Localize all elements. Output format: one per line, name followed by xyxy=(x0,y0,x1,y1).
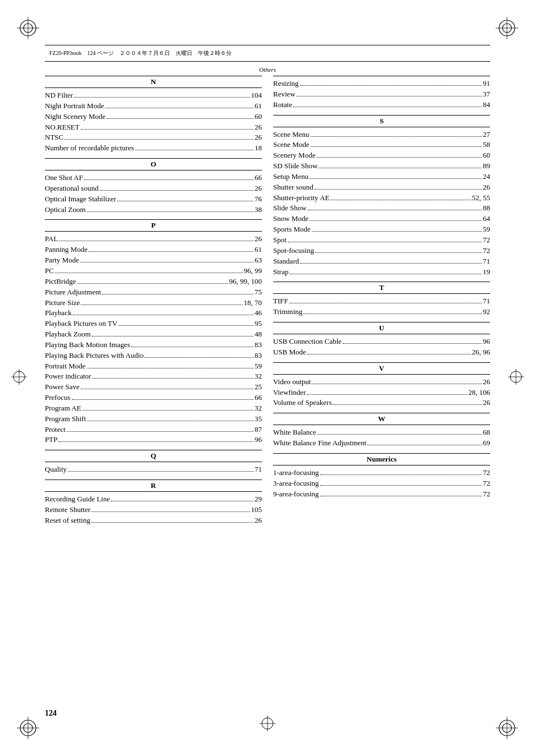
section-w-header: W xyxy=(273,413,490,425)
list-item: Reset of setting 26 xyxy=(45,515,262,526)
list-item: 1-area-focusing 72 xyxy=(273,468,490,478)
header-bar: FZ20-PP.book 124 ページ ２００４年７月６日 火曜日 午後２時６… xyxy=(45,45,490,62)
list-item: Rotate 84 xyxy=(273,100,490,110)
list-item: Program AE 32 xyxy=(45,403,262,414)
section-s-header: S xyxy=(273,115,490,127)
list-item: Power indicator 32 xyxy=(45,371,262,382)
section-numerics-header: Numerics xyxy=(273,453,490,465)
list-item: Recording Guide Line 29 xyxy=(45,494,262,505)
list-item: Scenery Mode 60 xyxy=(273,150,490,161)
list-item: NO.RESET 26 xyxy=(45,122,262,133)
list-item: Party Mode 63 xyxy=(45,255,262,266)
list-item: One Shot AF 66 xyxy=(45,173,262,183)
header-text: FZ20-PP.book 124 ページ ２００４年７月６日 火曜日 午後２時６… xyxy=(49,49,232,57)
list-item: Spot-focusing 72 xyxy=(273,246,490,256)
left-column: N ND Filter 104 Night Portrait Mode 61 N… xyxy=(45,76,262,700)
list-item: Spot 72 xyxy=(273,235,490,246)
list-item: Playback Pictures on TV 95 xyxy=(45,319,262,329)
list-item: Program Shift 35 xyxy=(45,414,262,425)
list-item: Protect 87 xyxy=(45,425,262,435)
section-n-header: N xyxy=(45,76,262,88)
reg-left xyxy=(11,369,27,387)
list-item: Number of recordable pictures 18 xyxy=(45,143,262,154)
list-item: Snow Mode 64 xyxy=(273,214,490,224)
list-item: Operational sound 26 xyxy=(45,183,262,194)
list-item: ND Filter 104 xyxy=(45,90,262,101)
list-item: Shutter sound 26 xyxy=(273,182,490,193)
list-item: Portrait Mode 59 xyxy=(45,361,262,372)
list-item: Video output 26 xyxy=(273,377,490,388)
list-item: USB Mode 26, 96 xyxy=(273,347,490,358)
corner-tl xyxy=(17,17,39,39)
list-item: Quality 71 xyxy=(45,464,262,475)
list-item: Playing Back Pictures with Audio 83 xyxy=(45,351,262,361)
list-item: PAL 26 xyxy=(45,234,262,245)
page-number: 124 xyxy=(45,709,57,718)
list-item: Volume of Speakers 26 xyxy=(273,398,490,408)
list-item: Resizing 91 xyxy=(273,79,490,89)
list-item: NTSC 26 xyxy=(45,132,262,143)
section-t-header: T xyxy=(273,282,490,294)
page: FZ20-PP.book 124 ページ ２００４年７月６日 火曜日 午後２時６… xyxy=(0,0,535,756)
list-item: Setup Menu 24 xyxy=(273,172,490,182)
list-item: Strap 19 xyxy=(273,267,490,278)
section-p-header: P xyxy=(45,219,262,232)
list-item: Slide Show 88 xyxy=(273,203,490,214)
right-column: Resizing 91 Review 37 Rotate 84 S Scene … xyxy=(273,76,490,700)
section-u-header: U xyxy=(273,322,490,334)
list-item: Optical Zoom 38 xyxy=(45,205,262,215)
list-item: Standard 71 xyxy=(273,256,490,267)
corner-tr xyxy=(496,17,518,39)
list-item: Scene Mode 58 xyxy=(273,140,490,150)
list-item: Picture Size 18, 70 xyxy=(45,298,262,308)
list-item: PTP 96 xyxy=(45,435,262,445)
list-item: Shutter-priority AE 52, 55 xyxy=(273,193,490,204)
corner-br xyxy=(496,717,518,739)
list-item: Playback 46 xyxy=(45,308,262,319)
list-item: SD Slide Show 89 xyxy=(273,161,490,172)
list-item: 9-area-focusing 72 xyxy=(273,489,490,500)
list-item: PictBridge 96, 99, 100 xyxy=(45,276,262,287)
section-q-header: Q xyxy=(45,450,262,462)
reg-bottom xyxy=(260,716,275,734)
section-r-cont-divider xyxy=(273,76,490,76)
section-r-header: R xyxy=(45,480,262,492)
corner-bl xyxy=(17,717,39,739)
list-item: Review 37 xyxy=(273,89,490,100)
list-item: Sports Mode 59 xyxy=(273,224,490,235)
others-label: Others xyxy=(259,66,276,73)
list-item: Viewfinder 28, 106 xyxy=(273,388,490,398)
list-item: Night Scenery Mode 60 xyxy=(45,112,262,122)
reg-right xyxy=(508,369,524,387)
list-item: Remote Shutter 105 xyxy=(45,505,262,515)
list-item: Picture Adjustment 75 xyxy=(45,287,262,298)
section-v-header: V xyxy=(273,362,490,375)
list-item: TIFF 71 xyxy=(273,296,490,307)
list-item: Playback Zoom 48 xyxy=(45,329,262,340)
list-item: Playing Back Motion Images 83 xyxy=(45,340,262,351)
list-item: PC 96, 99 xyxy=(45,266,262,276)
list-item: Power Save 25 xyxy=(45,382,262,393)
section-o-header: O xyxy=(45,158,262,170)
list-item: 3-area-focusing 72 xyxy=(273,478,490,489)
list-item: Prefocus 66 xyxy=(45,393,262,403)
list-item: White Balance 68 xyxy=(273,427,490,438)
list-item: Panning Mode 61 xyxy=(45,245,262,255)
list-item: Night Portrait Mode 61 xyxy=(45,101,262,112)
list-item: USB Connection Cable 96 xyxy=(273,336,490,347)
list-item: Scene Menu 27 xyxy=(273,130,490,140)
list-item: White Balance Fine Adjustment 69 xyxy=(273,438,490,449)
list-item: Optical Image Stabilizer 76 xyxy=(45,194,262,205)
main-content: N ND Filter 104 Night Portrait Mode 61 N… xyxy=(45,76,490,700)
list-item: Trimming 92 xyxy=(273,307,490,317)
